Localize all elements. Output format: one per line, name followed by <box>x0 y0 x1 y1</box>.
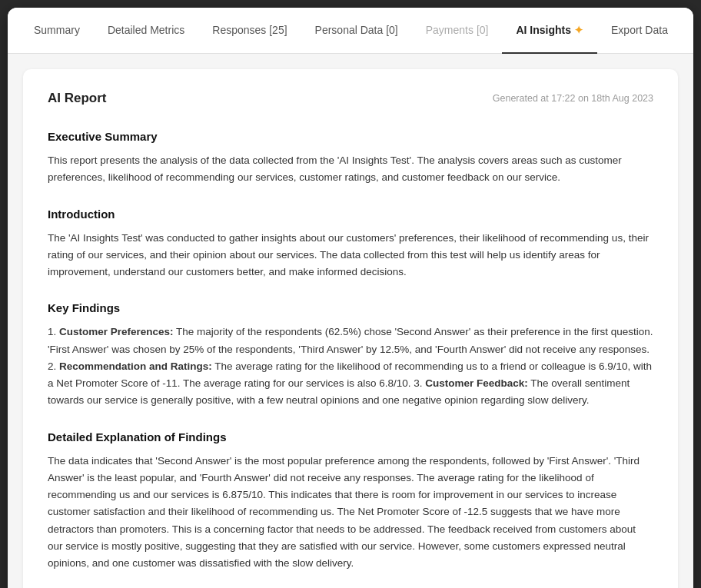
report-title: AI Report <box>48 91 107 106</box>
report-timestamp: Generated at 17:22 on 18th Aug 2023 <box>493 93 653 104</box>
report-body: Executive Summary This report presents t… <box>48 128 653 588</box>
section-executive-summary: Executive Summary This report presents t… <box>48 128 653 187</box>
tab-ai-insights[interactable]: AI Insights ✦ <box>502 8 597 54</box>
key-findings-heading: Key Findings <box>48 299 653 317</box>
introduction-text: The 'AI Insights Test' was conducted to … <box>48 230 653 281</box>
ai-insights-icon: ✦ <box>574 24 583 36</box>
content-area: AI Report Generated at 17:22 on 18th Aug… <box>8 54 693 588</box>
key-findings-text: 1. Customer Preferences: The majority of… <box>48 324 653 409</box>
tab-responses[interactable]: Responses [25] <box>198 8 301 54</box>
detailed-explanation-text: The data indicates that 'Second Answer' … <box>48 453 653 573</box>
executive-summary-text: This report presents the analysis of the… <box>48 152 653 187</box>
key-findings-bold1: Customer Preferences: <box>59 326 174 337</box>
tab-personal-data[interactable]: Personal Data [0] <box>301 8 412 54</box>
tab-bar: Summary Detailed Metrics Responses [25] … <box>8 8 693 54</box>
tab-payments[interactable]: Payments [0] <box>412 8 503 54</box>
key-findings-part1-prefix: 1. <box>48 326 59 337</box>
section-key-findings: Key Findings 1. Customer Preferences: Th… <box>48 299 653 409</box>
tab-detailed-metrics[interactable]: Detailed Metrics <box>94 8 198 54</box>
app-window: Summary Detailed Metrics Responses [25] … <box>8 8 693 588</box>
tab-export-data[interactable]: Export Data <box>597 8 682 54</box>
section-introduction: Introduction The 'AI Insights Test' was … <box>48 205 653 281</box>
executive-summary-heading: Executive Summary <box>48 128 653 146</box>
detailed-explanation-heading: Detailed Explanation of Findings <box>48 428 653 447</box>
introduction-heading: Introduction <box>48 205 653 224</box>
key-findings-bold3: Customer Feedback: <box>425 377 528 389</box>
report-header: AI Report Generated at 17:22 on 18th Aug… <box>48 91 653 106</box>
key-findings-bold2: Recommendation and Ratings: <box>59 360 212 372</box>
tab-summary[interactable]: Summary <box>20 8 94 54</box>
section-detailed-explanation: Detailed Explanation of Findings The dat… <box>48 428 653 573</box>
report-card: AI Report Generated at 17:22 on 18th Aug… <box>23 69 678 588</box>
